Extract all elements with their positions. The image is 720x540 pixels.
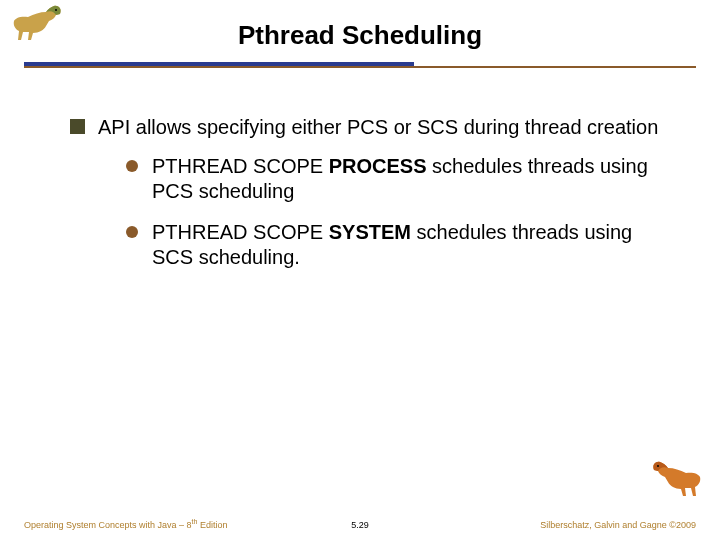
- title-underline: [24, 62, 696, 68]
- sub-bullet-prefix: PTHREAD SCOPE: [152, 221, 329, 243]
- footer-page-number: 5.29: [351, 520, 369, 530]
- sub-bullet-bold: SYSTEM: [329, 221, 411, 243]
- slide-body: API allows specifying either PCS or SCS …: [70, 115, 660, 286]
- sub-bullet-bold: PROCESS: [329, 155, 427, 177]
- footer-left: Operating System Concepts with Java – 8t…: [24, 518, 227, 530]
- slide: Pthread Scheduling API allows specifying…: [0, 0, 720, 540]
- footer-book-suffix: Edition: [197, 520, 227, 530]
- sub-bullet-prefix: PTHREAD SCOPE: [152, 155, 329, 177]
- bullet-main-text: API allows specifying either PCS or SCS …: [98, 116, 658, 138]
- dinosaur-icon: [648, 456, 708, 510]
- sub-bullet: PTHREAD SCOPE SYSTEM schedules threads u…: [126, 220, 660, 270]
- footer-book-prefix: Operating System Concepts with Java – 8: [24, 520, 192, 530]
- slide-header: Pthread Scheduling: [0, 0, 720, 70]
- svg-point-0: [55, 9, 57, 11]
- slide-title: Pthread Scheduling: [0, 0, 720, 51]
- sub-bullet-list: PTHREAD SCOPE PROCESS schedules threads …: [126, 154, 660, 270]
- bullet-main: API allows specifying either PCS or SCS …: [70, 115, 660, 270]
- footer-copyright: Silberschatz, Galvin and Gagne ©2009: [540, 520, 696, 530]
- sub-bullet: PTHREAD SCOPE PROCESS schedules threads …: [126, 154, 660, 204]
- slide-footer: Operating System Concepts with Java – 8t…: [24, 514, 696, 530]
- svg-point-1: [657, 465, 659, 467]
- dinosaur-icon: [6, 0, 66, 54]
